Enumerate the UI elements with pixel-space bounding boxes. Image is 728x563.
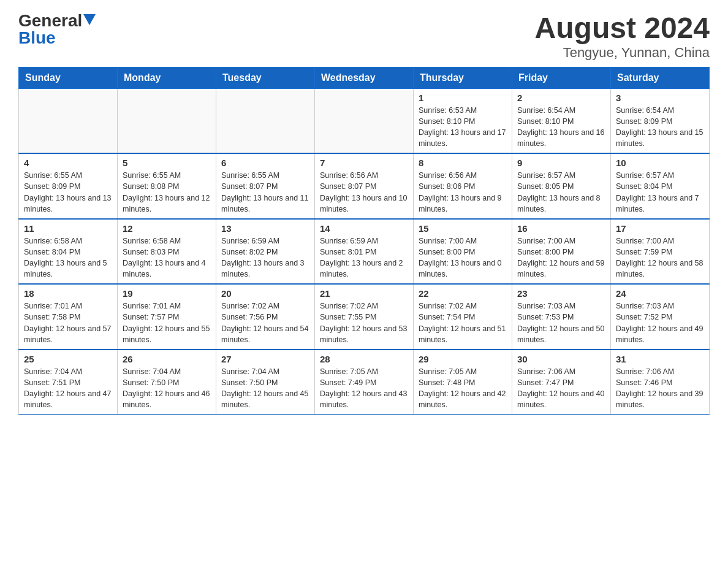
day-number: 12 (123, 223, 211, 234)
header-day-thursday: Thursday (414, 67, 512, 88)
calendar-cell: 6Sunrise: 6:55 AMSunset: 8:07 PMDaylight… (216, 153, 315, 219)
calendar-cell (19, 88, 118, 153)
calendar-cell: 25Sunrise: 7:04 AMSunset: 7:51 PMDayligh… (19, 350, 118, 415)
calendar-cell: 10Sunrise: 6:57 AMSunset: 8:04 PMDayligh… (611, 153, 710, 219)
calendar-cell: 21Sunrise: 7:02 AMSunset: 7:55 PMDayligh… (315, 284, 414, 350)
day-info: Sunrise: 6:53 AMSunset: 8:10 PMDaylight:… (419, 105, 507, 150)
day-number: 28 (320, 354, 408, 364)
day-number: 10 (616, 158, 704, 168)
day-number: 26 (123, 354, 211, 364)
day-info: Sunrise: 6:56 AMSunset: 8:06 PMDaylight:… (419, 170, 507, 215)
calendar-table: SundayMondayTuesdayWednesdayThursdayFrid… (18, 67, 710, 415)
day-number: 24 (616, 288, 704, 299)
week-row-5: 25Sunrise: 7:04 AMSunset: 7:51 PMDayligh… (19, 350, 710, 415)
calendar-cell: 1Sunrise: 6:53 AMSunset: 8:10 PMDaylight… (414, 88, 512, 153)
day-info: Sunrise: 7:03 AMSunset: 7:53 PMDaylight:… (517, 301, 605, 345)
day-number: 3 (616, 93, 704, 103)
calendar-cell (315, 88, 414, 153)
day-number: 2 (517, 93, 605, 103)
day-number: 20 (221, 288, 309, 299)
calendar-cell: 17Sunrise: 7:00 AMSunset: 7:59 PMDayligh… (611, 219, 710, 285)
day-info: Sunrise: 6:57 AMSunset: 8:04 PMDaylight:… (616, 170, 704, 215)
calendar-cell: 28Sunrise: 7:05 AMSunset: 7:49 PMDayligh… (315, 350, 414, 415)
day-info: Sunrise: 7:03 AMSunset: 7:52 PMDaylight:… (616, 301, 704, 345)
day-info: Sunrise: 7:00 AMSunset: 8:00 PMDaylight:… (517, 236, 605, 280)
page-header: General Blue August 2024 Tengyue, Yunnan… (18, 12, 710, 61)
logo: General Blue (18, 12, 96, 47)
calendar-cell: 11Sunrise: 6:58 AMSunset: 8:04 PMDayligh… (19, 219, 118, 285)
calendar-cell: 26Sunrise: 7:04 AMSunset: 7:50 PMDayligh… (118, 350, 216, 415)
header-day-sunday: Sunday (19, 67, 118, 88)
day-info: Sunrise: 7:01 AMSunset: 7:57 PMDaylight:… (123, 301, 211, 345)
week-row-3: 11Sunrise: 6:58 AMSunset: 8:04 PMDayligh… (19, 219, 710, 285)
day-info: Sunrise: 7:04 AMSunset: 7:51 PMDaylight:… (24, 366, 112, 411)
calendar-cell: 3Sunrise: 6:54 AMSunset: 8:09 PMDaylight… (611, 88, 710, 153)
day-info: Sunrise: 7:06 AMSunset: 7:47 PMDaylight:… (517, 366, 605, 411)
calendar-cell: 4Sunrise: 6:55 AMSunset: 8:09 PMDaylight… (19, 153, 118, 219)
calendar-cell: 8Sunrise: 6:56 AMSunset: 8:06 PMDaylight… (414, 153, 512, 219)
day-info: Sunrise: 7:04 AMSunset: 7:50 PMDaylight:… (221, 366, 309, 411)
week-row-4: 18Sunrise: 7:01 AMSunset: 7:58 PMDayligh… (19, 284, 710, 350)
calendar-cell: 7Sunrise: 6:56 AMSunset: 8:07 PMDaylight… (315, 153, 414, 219)
calendar-cell: 16Sunrise: 7:00 AMSunset: 8:00 PMDayligh… (512, 219, 611, 285)
logo-triangle-icon (83, 14, 96, 25)
day-info: Sunrise: 7:00 AMSunset: 8:00 PMDaylight:… (419, 236, 507, 280)
calendar-cell: 13Sunrise: 6:59 AMSunset: 8:02 PMDayligh… (216, 219, 315, 285)
day-info: Sunrise: 6:58 AMSunset: 8:03 PMDaylight:… (123, 236, 211, 280)
calendar-cell: 5Sunrise: 6:55 AMSunset: 8:08 PMDaylight… (118, 153, 216, 219)
calendar-subtitle: Tengyue, Yunnan, China (535, 45, 710, 61)
day-info: Sunrise: 7:02 AMSunset: 7:54 PMDaylight:… (419, 301, 507, 345)
header-day-friday: Friday (512, 67, 611, 88)
logo-blue-text: Blue (18, 29, 56, 47)
day-number: 22 (419, 288, 507, 299)
calendar-cell: 14Sunrise: 6:59 AMSunset: 8:01 PMDayligh… (315, 219, 414, 285)
day-number: 6 (221, 158, 309, 168)
calendar-cell: 29Sunrise: 7:05 AMSunset: 7:48 PMDayligh… (414, 350, 512, 415)
day-info: Sunrise: 7:05 AMSunset: 7:48 PMDaylight:… (419, 366, 507, 411)
calendar-title: August 2024 (535, 12, 710, 45)
calendar-cell: 20Sunrise: 7:02 AMSunset: 7:56 PMDayligh… (216, 284, 315, 350)
logo-general-text: General (18, 12, 82, 29)
calendar-cell: 15Sunrise: 7:00 AMSunset: 8:00 PMDayligh… (414, 219, 512, 285)
calendar-cell: 27Sunrise: 7:04 AMSunset: 7:50 PMDayligh… (216, 350, 315, 415)
calendar-cell: 31Sunrise: 7:06 AMSunset: 7:46 PMDayligh… (611, 350, 710, 415)
day-info: Sunrise: 7:02 AMSunset: 7:55 PMDaylight:… (320, 301, 408, 345)
header-day-wednesday: Wednesday (315, 67, 414, 88)
day-info: Sunrise: 6:57 AMSunset: 8:05 PMDaylight:… (517, 170, 605, 215)
calendar-header: SundayMondayTuesdayWednesdayThursdayFrid… (19, 67, 710, 88)
day-number: 23 (517, 288, 605, 299)
day-info: Sunrise: 6:54 AMSunset: 8:10 PMDaylight:… (517, 105, 605, 150)
day-info: Sunrise: 7:05 AMSunset: 7:49 PMDaylight:… (320, 366, 408, 411)
calendar-cell: 9Sunrise: 6:57 AMSunset: 8:05 PMDaylight… (512, 153, 611, 219)
day-info: Sunrise: 7:04 AMSunset: 7:50 PMDaylight:… (123, 366, 211, 411)
calendar-cell: 30Sunrise: 7:06 AMSunset: 7:47 PMDayligh… (512, 350, 611, 415)
day-number: 9 (517, 158, 605, 168)
day-number: 8 (419, 158, 507, 168)
day-number: 19 (123, 288, 211, 299)
title-block: August 2024 Tengyue, Yunnan, China (535, 12, 710, 61)
day-info: Sunrise: 6:55 AMSunset: 8:09 PMDaylight:… (24, 170, 112, 215)
day-info: Sunrise: 6:55 AMSunset: 8:08 PMDaylight:… (123, 170, 211, 215)
day-info: Sunrise: 7:01 AMSunset: 7:58 PMDaylight:… (24, 301, 112, 345)
day-number: 25 (24, 354, 112, 364)
day-number: 31 (616, 354, 704, 364)
day-number: 17 (616, 223, 704, 234)
calendar-cell: 22Sunrise: 7:02 AMSunset: 7:54 PMDayligh… (414, 284, 512, 350)
day-number: 1 (419, 93, 507, 103)
header-day-saturday: Saturday (611, 67, 710, 88)
header-day-monday: Monday (118, 67, 216, 88)
day-number: 29 (419, 354, 507, 364)
day-info: Sunrise: 7:06 AMSunset: 7:46 PMDaylight:… (616, 366, 704, 411)
day-number: 30 (517, 354, 605, 364)
calendar-cell: 19Sunrise: 7:01 AMSunset: 7:57 PMDayligh… (118, 284, 216, 350)
header-day-tuesday: Tuesday (216, 67, 315, 88)
day-info: Sunrise: 6:56 AMSunset: 8:07 PMDaylight:… (320, 170, 408, 215)
day-info: Sunrise: 7:02 AMSunset: 7:56 PMDaylight:… (221, 301, 309, 345)
calendar-cell (118, 88, 216, 153)
week-row-2: 4Sunrise: 6:55 AMSunset: 8:09 PMDaylight… (19, 153, 710, 219)
day-info: Sunrise: 6:58 AMSunset: 8:04 PMDaylight:… (24, 236, 112, 280)
day-number: 5 (123, 158, 211, 168)
day-info: Sunrise: 6:59 AMSunset: 8:01 PMDaylight:… (320, 236, 408, 280)
header-row: SundayMondayTuesdayWednesdayThursdayFrid… (19, 67, 710, 88)
calendar-cell: 24Sunrise: 7:03 AMSunset: 7:52 PMDayligh… (611, 284, 710, 350)
